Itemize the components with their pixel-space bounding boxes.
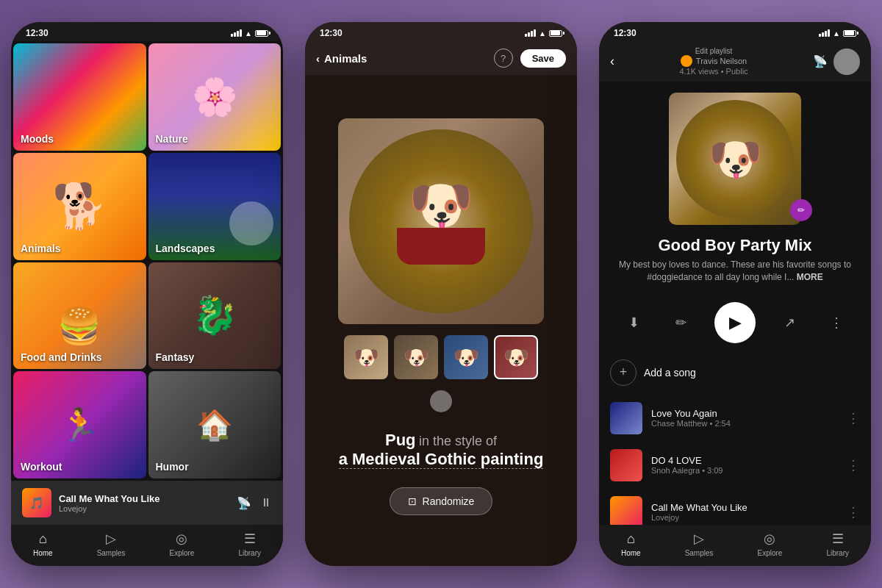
song-meta-3: Lovejoy	[651, 513, 838, 522]
edit-button[interactable]: ✏	[667, 309, 694, 336]
song-more-icon-2[interactable]: ⋮	[847, 457, 860, 473]
pause-icon-1[interactable]: ⏸	[260, 496, 272, 509]
status-bar-2: 12:30 ▲	[305, 22, 577, 41]
song-more-icon-3[interactable]: ⋮	[847, 504, 860, 520]
share-button[interactable]: ↗	[776, 309, 803, 336]
scroll-indicator-2	[430, 390, 452, 412]
library-label-1: Library	[238, 549, 261, 557]
song-item-3[interactable]: Call Me What You Like Lovejoy ⋮	[599, 489, 871, 525]
thumb-pug-3: 🐶	[453, 345, 479, 370]
thumb-pug-1: 🐶	[354, 345, 379, 370]
phone-3: 12:30 ▲ ‹ Edit playlist Travis Neilson	[599, 22, 871, 566]
playlist-description: My best boy loves to dance. These are hi…	[599, 259, 871, 295]
category-workout[interactable]: 🏃 Workout	[13, 371, 146, 478]
randomize-button[interactable]: ⊡ Randomize	[390, 487, 493, 515]
nav-samples-3[interactable]: ▷ Samples	[685, 531, 714, 557]
category-nature[interactable]: 🌸 Nature	[148, 43, 282, 151]
phone-3-screen: 12:30 ▲ ‹ Edit playlist Travis Neilson	[599, 22, 871, 566]
home-icon-3: ⌂	[627, 531, 635, 547]
food-icon: 🍔	[57, 306, 101, 347]
battery-icon-2	[549, 30, 562, 37]
nav-library-3[interactable]: ☰ Library	[826, 531, 849, 557]
category-humor[interactable]: 🏠 Humor	[148, 371, 282, 478]
home-label-1: Home	[33, 549, 53, 557]
song-thumb-3	[610, 496, 642, 525]
back-button-2[interactable]: ‹ Animals	[316, 52, 367, 65]
player-title-1: Call Me What You Like	[59, 493, 229, 504]
thumbnail-1[interactable]: 🐶	[344, 335, 388, 379]
question-icon: ?	[501, 53, 506, 64]
song-item-2[interactable]: DO 4 LOVE Snoh Aalegra • 3:09 ⋮	[599, 442, 871, 489]
bottom-nav-3: ⌂ Home ▷ Samples ◎ Explore ☰ Library	[599, 525, 871, 566]
camera-notch-1	[135, 29, 144, 37]
ai-art-container: 🐶 🐶 🐶 🐶 🐶	[305, 75, 577, 566]
thumbnail-4[interactable]: 🐶	[494, 335, 538, 379]
status-icons-2: ▲	[525, 29, 562, 37]
workout-icon: 🏃	[60, 406, 100, 444]
user-avatar-3[interactable]	[833, 49, 860, 75]
explore-icon-3: ◎	[764, 531, 775, 547]
player-controls-1: 📡 ⏸	[237, 496, 272, 510]
views-visibility: 4.1K views • Public	[622, 67, 806, 76]
edit-art-badge[interactable]: ✏	[790, 199, 812, 221]
player-thumbnail-1: 🎵	[22, 488, 51, 517]
nav-explore-1[interactable]: ◎ Explore	[170, 531, 195, 557]
song-more-icon-1[interactable]: ⋮	[847, 410, 860, 426]
randomize-label: Randomize	[423, 495, 475, 507]
category-moods[interactable]: Moods	[13, 43, 146, 151]
player-info-1: Call Me What You Like Lovejoy	[59, 493, 229, 513]
caption-area: Pug in the style of a Medieval Gothic pa…	[331, 423, 551, 476]
battery-icon-3	[843, 30, 856, 37]
category-animals[interactable]: 🐕 Animals	[13, 153, 146, 260]
add-song-row[interactable]: + Add a song	[599, 351, 871, 395]
category-fantasy[interactable]: 🐉 Fantasy	[148, 262, 282, 370]
more-link[interactable]: MORE	[797, 272, 823, 282]
caption-line-2: a Medieval Gothic painting	[339, 450, 544, 469]
thumbnail-3[interactable]: 🐶	[444, 335, 488, 379]
phone-2: 12:30 ▲ ‹ Animals ? Save	[305, 22, 577, 566]
play-button[interactable]: ▶	[714, 302, 756, 343]
more-options-button[interactable]: ⋮	[823, 309, 850, 336]
save-button-2[interactable]: Save	[520, 49, 566, 68]
humor-icon: 🏠	[196, 408, 233, 442]
category-food-drinks[interactable]: 🍔 Food and Drinks	[13, 262, 146, 370]
home-icon-1: ⌂	[39, 531, 47, 547]
signal-icon-2	[525, 29, 536, 37]
category-landscapes[interactable]: Landscapes	[148, 153, 282, 260]
creator-name: Travis Neilson	[696, 57, 747, 65]
visibility-label: Public	[726, 67, 748, 76]
pug-robe	[397, 228, 485, 265]
player-bar-1: 🎵 Call Me What You Like Lovejoy 📡 ⏸	[11, 481, 283, 525]
explore-label-3: Explore	[758, 549, 783, 557]
nav-home-1[interactable]: ⌂ Home	[33, 531, 53, 557]
randomize-icon: ⊡	[408, 495, 417, 507]
nav-samples-1[interactable]: ▷ Samples	[97, 531, 126, 557]
nav-home-3[interactable]: ⌂ Home	[621, 531, 641, 557]
playlist-art-emoji: 🐶	[708, 133, 763, 185]
nav-explore-3[interactable]: ◎ Explore	[758, 531, 783, 557]
song-info-1: Love You Again Chase Matthew • 2:54	[651, 408, 838, 428]
thumb-pug-4: 🐶	[503, 345, 529, 370]
signal-icon-3	[819, 29, 830, 37]
thumb-pug-2: 🐶	[404, 345, 429, 370]
camera-notch-3	[723, 29, 732, 37]
thumbnail-2[interactable]: 🐶	[394, 335, 438, 379]
download-button[interactable]: ⬇	[620, 309, 647, 336]
time-display-3: 12:30	[614, 28, 637, 38]
song-info-3: Call Me What You Like Lovejoy	[651, 502, 838, 522]
humor-label: Humor	[156, 461, 189, 473]
separator: •	[721, 67, 726, 76]
fantasy-icon: 🐉	[192, 294, 237, 337]
cast-icon-1[interactable]: 📡	[237, 496, 251, 510]
samples-label-1: Samples	[97, 549, 126, 557]
back-button-3[interactable]: ‹	[610, 54, 614, 69]
song-info-2: DO 4 LOVE Snoh Aalegra • 3:09	[651, 455, 838, 475]
phone2-header: ‹ Animals ? Save	[305, 41, 577, 75]
nav-library-1[interactable]: ☰ Library	[238, 531, 261, 557]
cast-icon-3[interactable]: 📡	[813, 54, 828, 68]
caption-style: a Medieval Gothic painting	[339, 450, 544, 469]
status-icons-3: ▲	[819, 29, 856, 37]
help-button[interactable]: ?	[494, 49, 513, 68]
battery-icon-1	[255, 30, 268, 37]
song-item-1[interactable]: Love You Again Chase Matthew • 2:54 ⋮	[599, 395, 871, 442]
